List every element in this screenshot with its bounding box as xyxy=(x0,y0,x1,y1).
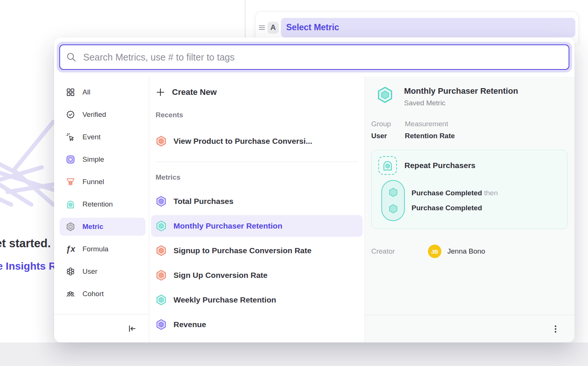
metric-hexagon-icon xyxy=(156,220,167,232)
retention-definition-icon xyxy=(378,156,397,175)
event-sequence-capsule xyxy=(381,180,405,221)
metric-item-label: Total Purchases xyxy=(173,197,234,206)
filter-sidebar: All Verified Event Simple xyxy=(54,77,149,342)
cohort-people-icon xyxy=(66,289,75,298)
measurement-field: Measurement Retention Rate xyxy=(405,120,455,140)
cursor-click-icon xyxy=(66,133,75,142)
results-divider xyxy=(156,162,358,162)
creator-avatar: JB xyxy=(428,245,441,258)
sidebar-item-formula[interactable]: ƒx Formula xyxy=(60,240,146,258)
detail-subtitle: Saved Metric xyxy=(404,99,518,107)
metric-hexagon-icon xyxy=(156,270,167,281)
sidebar-item-cohort[interactable]: Cohort xyxy=(60,285,146,303)
sidebar-item-label: Verified xyxy=(82,111,106,119)
creator-row: Creator JB Jenna Bono xyxy=(371,245,567,258)
sidebar-item-label: Metric xyxy=(82,223,103,231)
measurement-value: Retention Rate xyxy=(405,132,455,140)
sidebar-item-label: Simple xyxy=(82,155,104,164)
metric-item[interactable]: Weekly Purchase Retention xyxy=(151,289,363,311)
sidebar-item-all[interactable]: All xyxy=(60,83,146,101)
metric-item-label: Sign Up Conversion Rate xyxy=(173,271,268,280)
metric-hexagon-icon xyxy=(156,294,167,305)
metric-item[interactable]: Total Purchases xyxy=(151,190,363,212)
recent-item[interactable]: View Product to Purchase Conversi... xyxy=(151,130,363,152)
search-input[interactable] xyxy=(59,44,569,70)
metric-hexagon-icon xyxy=(156,196,167,207)
metric-hexagon-icon xyxy=(156,245,167,256)
metric-item[interactable]: Sign Up Conversion Rate xyxy=(151,264,363,286)
creator-label: Creator xyxy=(371,247,428,255)
definition-name: Repeat Purchasers xyxy=(404,161,475,170)
verified-badge-icon xyxy=(66,110,75,119)
results-list: Create New Recents View Product to Purch… xyxy=(149,77,365,342)
plus-icon xyxy=(156,87,165,97)
event-hexagon-icon xyxy=(388,203,399,214)
metric-picker-modal: All Verified Event Simple xyxy=(54,37,575,342)
simple-metric-icon xyxy=(66,155,75,164)
row-letter-badge[interactable]: A xyxy=(268,22,279,34)
page-bottom-area xyxy=(0,342,588,366)
grid-icon xyxy=(66,88,75,97)
background-headline-fragment: et started. xyxy=(0,237,51,250)
metric-hexagon-icon xyxy=(156,319,167,330)
creator-name: Jenna Bono xyxy=(447,247,485,255)
metric-item-label: Signup to Purchase Conversion Rate xyxy=(173,246,312,255)
metric-item-label: Weekly Purchase Retention xyxy=(173,295,276,304)
sidebar-item-retention[interactable]: Retention xyxy=(60,195,146,213)
metric-item-selected[interactable]: Monthly Purchaser Retention xyxy=(151,215,363,237)
sidebar-item-simple[interactable]: Simple xyxy=(60,151,146,168)
metric-hexagon-icon xyxy=(376,86,394,103)
recent-item-label: View Product to Purchase Conversi... xyxy=(173,137,312,146)
metric-item[interactable]: Revenue xyxy=(151,314,363,335)
collapse-sidebar-icon[interactable] xyxy=(127,324,137,334)
formula-icon: ƒx xyxy=(66,245,75,254)
metric-item[interactable]: Signup to Purchase Conversion Rate xyxy=(151,240,363,261)
background-insights-report-link[interactable]: e Insights Re xyxy=(0,260,62,272)
sidebar-item-label: Formula xyxy=(82,245,109,253)
more-options-icon[interactable] xyxy=(550,323,561,335)
drag-handle-icon[interactable] xyxy=(259,25,265,31)
metrics-section-label: Metrics xyxy=(156,173,358,182)
sidebar-item-funnel[interactable]: Funnel xyxy=(60,173,146,191)
metric-definition-card: Repeat Purchasers Purchase Completed the… xyxy=(371,150,567,229)
sidebar-item-label: Cohort xyxy=(82,290,104,298)
group-value: User xyxy=(371,132,405,140)
detail-title: Monthly Purchaser Retention xyxy=(404,86,518,96)
create-new-label: Create New xyxy=(172,87,217,97)
measurement-label: Measurement xyxy=(405,120,455,128)
detail-footer xyxy=(365,315,575,342)
sidebar-item-metric[interactable]: Metric xyxy=(60,218,146,236)
sidebar-item-label: All xyxy=(82,88,90,96)
recents-section-label: Recents xyxy=(156,111,358,119)
sidebar-item-event[interactable]: Event xyxy=(60,128,146,146)
search-section xyxy=(54,37,575,77)
retention-arch-icon xyxy=(66,200,75,209)
definition-step: Purchase Completed xyxy=(412,204,498,212)
search-focus-ring xyxy=(57,42,572,72)
funnel-icon xyxy=(66,177,75,186)
sidebar-item-label: Retention xyxy=(82,200,113,208)
metric-hexagon-icon xyxy=(66,222,75,231)
metric-item-label: Revenue xyxy=(173,320,206,329)
search-icon xyxy=(66,52,76,62)
group-field: Group User xyxy=(371,120,405,140)
sidebar-item-label: Funnel xyxy=(82,178,104,186)
group-label: Group xyxy=(371,120,405,128)
sidebar-item-user[interactable]: User xyxy=(60,263,146,280)
sidebar-item-verified[interactable]: Verified xyxy=(60,106,146,124)
select-metric-field[interactable]: Select Metric xyxy=(281,18,575,37)
create-new-button[interactable]: Create New xyxy=(156,83,358,102)
event-hexagon-icon xyxy=(388,187,399,198)
decorative-chart-lines xyxy=(0,112,60,213)
metric-detail-panel: Monthly Purchaser Retention Saved Metric… xyxy=(365,77,575,342)
metric-hexagon-icon xyxy=(156,136,167,147)
sidebar-item-label: User xyxy=(82,267,97,276)
user-cluster-icon xyxy=(66,267,75,276)
metric-item-label: Monthly Purchaser Retention xyxy=(173,221,282,230)
definition-step: Purchase Completed then xyxy=(412,189,498,197)
sidebar-footer xyxy=(54,314,149,342)
select-metric-label: Select Metric xyxy=(286,22,339,32)
sidebar-item-label: Event xyxy=(82,133,101,141)
